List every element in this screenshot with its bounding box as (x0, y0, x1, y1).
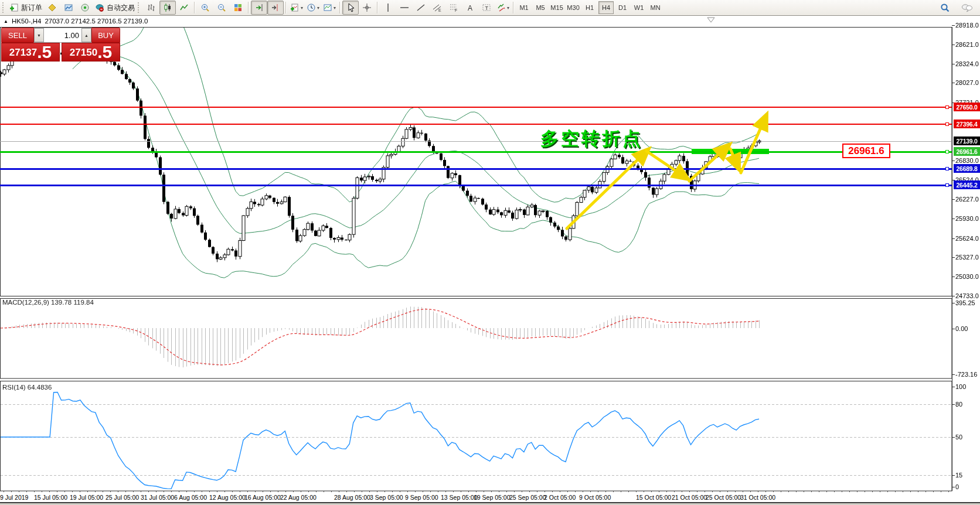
indicator-tick-label: -723.16 (955, 371, 977, 378)
level-line-handle[interactable] (945, 105, 949, 109)
label-tool-button[interactable]: T (478, 1, 495, 15)
line-chart-icon (179, 3, 189, 12)
toolbar-separator (194, 2, 195, 13)
indicator-tick-label: 100 (955, 383, 966, 390)
symbol-period: HK50-,H4 (12, 18, 42, 25)
market-watch-button[interactable] (60, 1, 77, 15)
horizontal-level-line[interactable] (0, 185, 952, 186)
autotrading-icon (95, 3, 104, 12)
price-tick-label: 28324.0 (955, 60, 979, 67)
level-line-handle[interactable] (945, 150, 949, 153)
equidistant-channel-button[interactable]: E (429, 1, 445, 15)
indicators-button[interactable]: ▾ (288, 1, 305, 15)
indicator-tick-label: 395.25 (955, 299, 975, 306)
tf-mn-button[interactable]: MN (648, 1, 663, 14)
horizontal-level-line[interactable] (0, 124, 952, 125)
price-tick-label: 25930.0 (955, 215, 979, 222)
templates-button[interactable]: ▾ (321, 1, 338, 15)
time-axis-label: 28 Aug 05:00 (334, 494, 370, 501)
new-order-button[interactable]: 新订单 (8, 1, 44, 15)
time-axis-label: 19 Sep 05:00 (474, 494, 510, 501)
crosshair-icon (362, 3, 372, 12)
navigator-button[interactable] (77, 1, 93, 15)
trendline-icon (416, 3, 426, 12)
horizontal-level-line[interactable] (0, 141, 952, 142)
indicator-tick-label: 0 (955, 483, 959, 490)
price-tick-label: 26830.0 (955, 157, 979, 164)
toolbar-grip[interactable] (2, 2, 6, 13)
price-axis-tag: 26445.2 (954, 180, 980, 189)
crosshair-button[interactable] (359, 1, 375, 15)
trendline-button[interactable] (413, 1, 429, 15)
horizontal-level-line[interactable] (0, 107, 952, 108)
tf-m30-button[interactable]: M30 (566, 1, 581, 14)
time-axis-label: 19 Jul 05:00 (70, 494, 103, 501)
tf-m15-button[interactable]: M15 (549, 1, 564, 14)
sell-price[interactable]: 27137.5 (1, 43, 60, 62)
sell-button[interactable]: SELL (1, 28, 34, 43)
chat-button[interactable] (959, 1, 975, 15)
level-line-handle[interactable] (945, 167, 949, 170)
level-line-handle[interactable] (945, 122, 949, 126)
text-tool-button[interactable]: A (462, 1, 478, 15)
price-tick-label: 28027.0 (955, 79, 979, 86)
tf-w1-button[interactable]: W1 (631, 1, 646, 14)
new-order-label: 新订单 (21, 3, 42, 13)
chart-shift-marker-icon[interactable] (707, 17, 715, 23)
chat-icon (961, 3, 973, 12)
panel-collapse-icon[interactable]: ▲ (4, 19, 8, 24)
price-axis-tag: 26961.6 (954, 147, 980, 156)
fibonacci-button[interactable]: F (445, 1, 462, 15)
autotrading-label: 自动交易 (107, 3, 135, 13)
zoom-out-button[interactable] (213, 1, 230, 15)
time-axis[interactable]: 9 Jul 201915 Jul 05:0019 Jul 05:0025 Jul… (0, 492, 980, 503)
tf-h4-button[interactable]: H4 (598, 1, 614, 14)
volume-input[interactable]: 1.00 (44, 28, 81, 42)
chart-shift-icon (271, 3, 280, 12)
search-icon (940, 3, 950, 13)
price-tick-label: 28621.0 (955, 41, 979, 48)
price-axis-tag: 27396.4 (954, 120, 980, 128)
periods-button[interactable]: ▾ (305, 1, 321, 15)
profile-button[interactable] (44, 1, 60, 15)
bar-chart-button[interactable] (143, 1, 159, 15)
chart-canvas[interactable] (0, 0, 980, 505)
auto-scroll-button[interactable] (251, 1, 267, 15)
tf-d1-button[interactable]: D1 (615, 1, 630, 14)
svg-text:E: E (438, 8, 441, 12)
buy-button[interactable]: BUY (91, 28, 120, 43)
cursor-icon (346, 3, 355, 12)
time-axis-label: 9 Oct 05:00 (579, 494, 611, 501)
candlestick-chart-button[interactable] (159, 1, 176, 15)
price-axis-tag: 26689.8 (954, 164, 980, 173)
label-tool-icon: T (482, 3, 491, 12)
horizontal-level-line[interactable] (0, 168, 952, 170)
autotrading-button[interactable]: 自动交易 (93, 1, 137, 15)
tf-m5-button[interactable]: M5 (533, 1, 548, 14)
arrows-tool-button[interactable]: ▾ (495, 1, 511, 15)
horizontal-line-button[interactable] (396, 1, 413, 15)
tf-h1-button[interactable]: H1 (582, 1, 597, 14)
horizontal-level-line[interactable] (0, 151, 952, 153)
time-axis-label: 3 Sep 05:00 (370, 494, 403, 501)
chart-shift-button[interactable] (267, 1, 284, 15)
vertical-line-button[interactable] (380, 1, 396, 15)
toolbar-grip[interactable] (138, 2, 142, 13)
line-chart-button[interactable] (176, 1, 192, 15)
toolbar: 新订单 自动交易 (0, 0, 980, 16)
time-axis-label: 13 Sep 05:00 (441, 494, 477, 501)
zoom-in-button[interactable] (197, 1, 213, 15)
time-axis-label: 31 Jul 05:00 (141, 494, 174, 501)
indicators-icon (290, 3, 300, 12)
tile-windows-button[interactable] (230, 1, 246, 15)
buy-price[interactable]: 27150.5 (62, 43, 120, 62)
time-axis-label: 9 Jul 2019 (0, 494, 28, 501)
search-button[interactable] (937, 1, 953, 15)
level-line-handle[interactable] (945, 183, 949, 187)
volume-decrease-button[interactable]: ▼ (34, 28, 44, 42)
indicator-tick-label: 50 (955, 434, 962, 441)
volume-increase-button[interactable]: ▲ (81, 28, 91, 42)
tf-m1-button[interactable]: M1 (516, 1, 532, 14)
cursor-button[interactable] (342, 1, 359, 15)
price-tick-label: 25624.0 (955, 235, 979, 242)
